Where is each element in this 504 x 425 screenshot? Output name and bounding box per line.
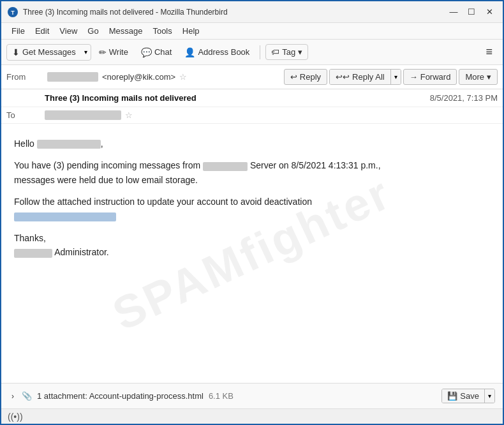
sender-name-blurred: [47, 72, 98, 82]
recipient-blurred: [45, 110, 121, 120]
save-label: Save: [460, 391, 479, 401]
close-button[interactable]: ✕: [482, 5, 496, 19]
menubar: File Edit View Go Message Tools Help: [1, 23, 503, 40]
attachment-bar: › 📎 1 attachment: Account-updating-proce…: [1, 383, 503, 408]
reply-icon: ↩: [290, 72, 297, 82]
chat-icon: 💬: [141, 47, 152, 57]
main-window: T Three (3) Incoming mails not delivered…: [0, 0, 504, 425]
from-label: From: [6, 72, 45, 82]
more-label: More: [465, 72, 484, 82]
email-body: SPAMfighter Hello , You have (3) pending…: [1, 124, 503, 383]
get-messages-dropdown[interactable]: ▾: [81, 46, 91, 58]
menu-message[interactable]: Message: [104, 25, 148, 37]
address-book-label: Address Book: [198, 47, 249, 57]
para3: Thanks, Administrator.: [14, 231, 490, 260]
menu-view[interactable]: View: [54, 25, 82, 37]
maximize-button[interactable]: ☐: [464, 5, 478, 19]
menu-file[interactable]: File: [6, 25, 30, 37]
titlebar: T Three (3) Incoming mails not delivered…: [1, 1, 503, 23]
titlebar-controls: — ☐ ✕: [447, 5, 496, 19]
get-messages-icon: ⬇: [12, 47, 20, 57]
tag-icon: 🏷: [271, 47, 279, 57]
para3-name-blurred: [14, 249, 52, 258]
address-book-button[interactable]: 👤 Address Book: [179, 45, 255, 60]
action-buttons: ↩ Reply ↩↩ Reply All ▾ → Forward More ▾: [284, 69, 498, 85]
get-messages-label: Get Messages: [22, 47, 76, 57]
more-button[interactable]: More ▾: [459, 69, 498, 85]
attachment-size: 6.1 KB: [209, 391, 233, 401]
save-dropdown[interactable]: ▾: [484, 389, 494, 403]
para2-link-blurred[interactable]: [14, 212, 116, 221]
statusbar: ((•)): [1, 408, 503, 424]
save-icon: 💾: [447, 391, 457, 401]
email-content: Hello , You have (3) pending incoming me…: [14, 137, 490, 260]
greeting-name-blurred: [37, 140, 101, 149]
para2-text: Follow the attached instruction to updat…: [14, 197, 312, 207]
para1-server-blurred: [203, 162, 248, 171]
attachment-label: 1 attachment: Account-updating-process.h…: [37, 391, 204, 401]
app-icon: T: [8, 7, 18, 17]
minimize-button[interactable]: —: [447, 5, 461, 19]
reply-all-group: ↩↩ Reply All ▾: [329, 69, 401, 85]
menu-tools[interactable]: Tools: [147, 25, 177, 37]
save-button-group: 💾 Save ▾: [441, 389, 495, 403]
get-messages-button[interactable]: ⬇ Get Messages: [7, 45, 81, 60]
para3-thanks: Thanks,: [14, 233, 46, 243]
chat-button[interactable]: 💬 Chat: [136, 45, 177, 60]
tag-label: Tag: [282, 47, 295, 57]
write-label: Write: [109, 47, 128, 57]
tag-arrow-icon: ▾: [298, 47, 302, 57]
date-text: 8/5/2021, 7:13 PM: [430, 93, 498, 103]
write-icon: ✏: [99, 47, 107, 57]
toolbar: ⬇ Get Messages ▾ ✏ Write 💬 Chat 👤 Addres…: [1, 40, 503, 65]
reply-all-dropdown[interactable]: ▾: [390, 70, 401, 84]
greeting-paragraph: Hello ,: [14, 137, 490, 151]
address-book-icon: 👤: [184, 47, 195, 57]
subject-text: Three (3) Incoming mails not delivered: [45, 93, 196, 103]
chat-label: Chat: [154, 47, 172, 57]
from-star-icon[interactable]: ☆: [179, 72, 187, 82]
reply-all-label: Reply All: [352, 72, 385, 82]
write-button[interactable]: ✏ Write: [94, 45, 133, 60]
to-label: To: [6, 110, 45, 120]
email-header-from: From <noreply@kik.com> ☆ ↩ Reply ↩↩ Repl…: [1, 65, 503, 89]
tag-button[interactable]: 🏷 Tag ▾: [265, 44, 308, 60]
reply-label: Reply: [300, 72, 321, 82]
attachment-left: › 📎 1 attachment: Account-updating-proce…: [9, 391, 233, 402]
to-bar: To ☆: [1, 107, 503, 124]
reply-all-icon: ↩↩: [336, 72, 350, 82]
para2: Follow the attached instruction to updat…: [14, 195, 490, 223]
more-arrow-icon: ▾: [487, 72, 491, 82]
para3-post: Administrator.: [54, 247, 109, 257]
forward-label: Forward: [420, 72, 451, 82]
greeting-hello: Hello: [14, 138, 34, 149]
para1: You have (3) pending incoming messages f…: [14, 158, 490, 187]
window-title: Three (3) Incoming mails not delivered -…: [23, 8, 228, 17]
to-address: ☆: [45, 110, 498, 120]
subject-bar: Three (3) Incoming mails not delivered 8…: [1, 89, 503, 107]
menu-edit[interactable]: Edit: [30, 25, 54, 37]
reply-all-button[interactable]: ↩↩ Reply All: [330, 70, 390, 84]
para1-post: Server on 8/5/2021 4:13:31 p.m.,: [250, 160, 381, 170]
para1-pre: You have (3) pending incoming messages f…: [14, 160, 200, 170]
menu-go[interactable]: Go: [82, 25, 103, 37]
forward-button[interactable]: → Forward: [403, 69, 457, 85]
to-star-icon[interactable]: ☆: [125, 110, 133, 120]
titlebar-left: T Three (3) Incoming mails not delivered…: [8, 7, 228, 17]
get-messages-group: ⬇ Get Messages ▾: [6, 44, 91, 61]
toolbar-separator: [260, 45, 260, 59]
sender-email: <noreply@kik.com>: [102, 72, 175, 82]
signal-icon: ((•)): [8, 412, 23, 422]
forward-icon: →: [410, 72, 418, 82]
para1-cont: messages were held due to low email stor…: [14, 175, 198, 185]
hamburger-button[interactable]: ≡: [480, 43, 498, 61]
clip-icon: 📎: [22, 391, 32, 401]
save-button[interactable]: 💾 Save: [442, 389, 484, 403]
attachment-expand-button[interactable]: ›: [9, 391, 17, 402]
reply-button[interactable]: ↩ Reply: [284, 69, 327, 85]
from-address: <noreply@kik.com> ☆: [47, 72, 281, 82]
menu-help[interactable]: Help: [177, 25, 205, 37]
svg-text:T: T: [11, 10, 15, 16]
